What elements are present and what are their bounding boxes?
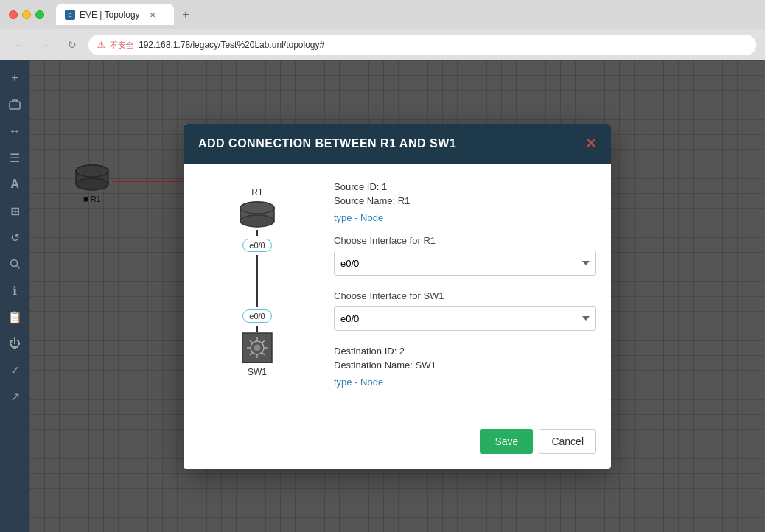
sidebar-export-icon[interactable]: ↗ xyxy=(3,385,27,408)
add-connection-modal: ADD CONNECTION BETWEEN R1 AND SW1 ✕ R1 xyxy=(184,124,611,469)
interface-badge-sw1: e0/0 xyxy=(242,309,271,323)
maximize-traffic-light[interactable] xyxy=(35,10,44,19)
sidebar-list-icon[interactable]: ☰ xyxy=(3,146,27,169)
main-canvas: ■ R1 ■ SW1 xyxy=(29,60,765,532)
dest-interface-group: Choose Interface for SW1 e0/0 xyxy=(334,290,596,331)
diagram-router-icon xyxy=(238,200,276,230)
address-bar-row: ← → ↻ ⚠ 不安全 192.168.1.78/legacy/Test%20L… xyxy=(0,29,765,60)
dest-name-label: Destination Name: SW1 xyxy=(334,360,596,371)
browser-chrome: E EVE | Topology ✕ + ← → ↻ ⚠ 不安全 192.168… xyxy=(0,0,765,60)
sidebar-info-icon[interactable]: ℹ xyxy=(3,279,27,302)
diagram-sw1-label: SW1 xyxy=(248,367,267,377)
forward-btn[interactable]: → xyxy=(35,35,56,55)
address-text: 192.168.1.78/legacy/Test%20Lab.unl/topol… xyxy=(139,40,324,50)
modal-header: ADD CONNECTION BETWEEN R1 AND SW1 ✕ xyxy=(184,124,611,164)
svg-line-2 xyxy=(17,266,20,269)
close-traffic-light[interactable] xyxy=(9,10,18,19)
security-warning-label: 不安全 xyxy=(110,40,134,51)
cancel-button[interactable]: Cancel xyxy=(539,429,596,454)
modal-overlay: ADD CONNECTION BETWEEN R1 AND SW1 ✕ R1 xyxy=(29,60,765,532)
info-side: Source ID: 1 Source Name: R1 type - Node… xyxy=(334,181,596,399)
active-tab[interactable]: E EVE | Topology ✕ xyxy=(56,4,174,25)
reload-btn[interactable]: ↻ xyxy=(62,35,83,55)
sidebar-refresh-icon[interactable]: ↺ xyxy=(3,225,27,249)
tab-title: EVE | Topology xyxy=(80,10,140,20)
security-warning-icon: ⚠ xyxy=(97,40,105,50)
source-interface-select[interactable]: e0/0 xyxy=(334,251,596,276)
svg-point-36 xyxy=(254,345,261,351)
svg-point-23 xyxy=(240,202,274,214)
modal-title: ADD CONNECTION BETWEEN R1 AND SW1 xyxy=(198,137,456,150)
source-interface-label: Choose Interface for R1 xyxy=(334,235,596,246)
dest-interface-select[interactable]: e0/0 xyxy=(334,306,596,331)
diagram-sw1: SW1 xyxy=(241,332,273,377)
save-button[interactable]: Save xyxy=(480,429,533,454)
modal-close-btn[interactable]: ✕ xyxy=(585,136,596,152)
source-id-label: Source ID: 1 xyxy=(334,181,596,192)
address-bar[interactable]: ⚠ 不安全 192.168.1.78/legacy/Test%20Lab.unl… xyxy=(88,35,756,55)
dest-type-link[interactable]: type - Node xyxy=(334,377,596,388)
traffic-lights xyxy=(9,10,44,19)
app-layout: + ↔ ☰ A ⊞ ↺ ℹ 📋 ⏻ ✓ ↗ ■ R1 xyxy=(0,60,765,532)
diagram-switch-icon xyxy=(241,332,273,364)
tab-favicon: E xyxy=(65,10,75,20)
modal-body: R1 xyxy=(184,164,611,417)
sidebar-check-icon[interactable]: ✓ xyxy=(3,358,27,382)
sidebar-text-icon[interactable]: A xyxy=(3,172,27,196)
dest-interface-label: Choose Interface for SW1 xyxy=(334,290,596,301)
source-type-link[interactable]: type - Node xyxy=(334,212,596,223)
diagram-side: R1 xyxy=(198,181,316,399)
sidebar-device-icon[interactable] xyxy=(3,93,27,116)
minimize-traffic-light[interactable] xyxy=(22,10,31,19)
diagram-r1-label: R1 xyxy=(251,187,262,197)
sidebar-power-icon[interactable]: ⏻ xyxy=(3,332,27,355)
title-bar: E EVE | Topology ✕ + xyxy=(0,0,765,29)
svg-rect-0 xyxy=(10,102,20,109)
sidebar-grid-icon[interactable]: ⊞ xyxy=(3,199,27,223)
svg-point-22 xyxy=(240,215,274,227)
back-btn[interactable]: ← xyxy=(9,35,29,55)
sidebar-zoom-icon[interactable] xyxy=(3,252,27,276)
tab-bar: E EVE | Topology ✕ + xyxy=(56,4,756,25)
interface-badge-r1: e0/0 xyxy=(242,239,271,252)
diagram-r1: R1 xyxy=(238,187,276,230)
sidebar: + ↔ ☰ A ⊞ ↺ ℹ 📋 ⏻ ✓ ↗ xyxy=(0,60,29,532)
diagram-connector-r1: e0/0 e0/0 xyxy=(242,230,271,332)
sidebar-add-icon[interactable]: + xyxy=(3,66,27,90)
modal-footer: Save Cancel xyxy=(184,417,611,469)
sidebar-arrow-icon[interactable]: ↔ xyxy=(3,119,27,143)
source-interface-group: Choose Interface for R1 e0/0 xyxy=(334,235,596,276)
new-tab-btn[interactable]: + xyxy=(177,6,195,24)
tab-close-btn[interactable]: ✕ xyxy=(147,10,158,20)
sidebar-doc-icon[interactable]: 📋 xyxy=(3,305,27,329)
source-name-label: Source Name: R1 xyxy=(334,195,596,206)
dest-id-label: Destination ID: 2 xyxy=(334,346,596,357)
